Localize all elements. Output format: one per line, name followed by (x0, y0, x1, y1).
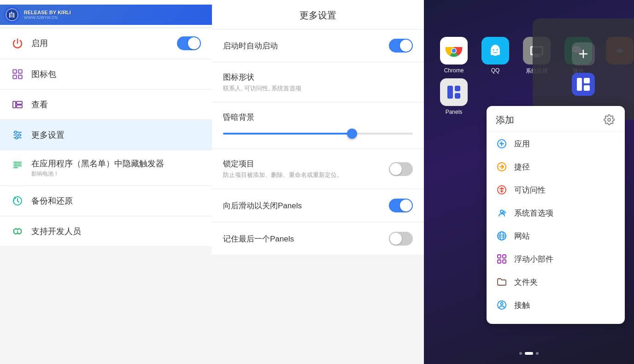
sidebar-item-enable[interactable]: 启用 (0, 28, 212, 59)
svg-point-14 (16, 137, 18, 139)
sidebar-item-icon-pack[interactable]: 图标包 (0, 59, 212, 89)
panels-app-icon[interactable] (572, 73, 595, 96)
add-menu-shortcut[interactable]: 捷径 (487, 155, 625, 178)
swipe-close-title: 向后滑动以关闭Panels (223, 200, 302, 211)
shortcut-label: 捷径 (514, 162, 530, 172)
panels-label: Panels (446, 109, 463, 115)
svg-point-19 (15, 164, 17, 165)
app-row-2: Panels (438, 78, 470, 115)
svg-rect-46 (584, 78, 590, 83)
setting-swipe-close[interactable]: 向后滑动以关闭Panels (212, 189, 424, 222)
add-menu-widget[interactable]: 浮动小部件 (487, 247, 625, 270)
system-prefs-icon-menu (496, 207, 508, 219)
hide-trigger-sub: 影响电池！ (31, 170, 164, 178)
setting-lock-items[interactable]: 锁定项目 防止项目被添加、删除、重命名或重新定位。 (212, 149, 424, 189)
add-menu-accessibility[interactable]: 可访问性 (487, 178, 625, 201)
svg-point-20 (15, 165, 17, 167)
sidebar-item-hide-trigger[interactable]: 在应用程序（黑名单）中隐藏触发器 影响电池！ (0, 151, 212, 186)
panels-icon (440, 78, 468, 106)
backup-icon (11, 194, 24, 207)
dark-bg-slider[interactable] (223, 128, 413, 139)
lock-items-sub: 防止项目被添加、删除、重命名或重新定位。 (223, 171, 382, 179)
enable-toggle[interactable] (177, 36, 201, 50)
svg-rect-45 (577, 78, 582, 91)
swipe-close-toggle[interactable] (389, 199, 413, 212)
gear-icon[interactable] (603, 113, 616, 126)
watermark-line2: WWW.52BYW.CN (24, 15, 71, 20)
sidebar-item-support[interactable]: 支持开发人员 (0, 217, 212, 246)
svg-point-13 (18, 134, 21, 136)
svg-rect-41 (455, 86, 460, 91)
svg-point-26 (452, 49, 456, 53)
dot-2 (525, 352, 533, 355)
sidebar-item-view[interactable]: 查看 (0, 90, 212, 120)
app-qq[interactable]: QQ (479, 37, 511, 75)
sidebar-item-more-settings[interactable]: 更多设置 (0, 120, 212, 150)
svg-rect-40 (447, 86, 453, 99)
dot-1 (519, 352, 522, 355)
svg-point-70 (501, 303, 503, 305)
lock-items-toggle[interactable] (389, 162, 413, 176)
app-panels[interactable]: Panels (438, 78, 470, 115)
watermark-line1: RELEASE BY KIRLI (24, 10, 71, 15)
app-icon-menu (496, 138, 508, 150)
view-icon (11, 98, 24, 111)
svg-rect-2 (13, 70, 17, 73)
svg-rect-7 (17, 101, 22, 104)
enable-label: 启用 (31, 38, 48, 49)
add-menu-website[interactable]: 网站 (487, 224, 625, 247)
add-menu-popup: 添加 应用 (487, 106, 625, 324)
setting-remember-last[interactable]: 记住最后一个Panels (212, 223, 424, 255)
add-menu-title: 添加 (496, 114, 514, 126)
svg-text:白: 白 (9, 11, 15, 18)
settings-panel: 更多设置 启动时自动启动 图标形状 联系人, 可访问性, 系统首选项 昏暗背景 … (212, 0, 424, 364)
setting-icon-shape[interactable]: 图标形状 联系人, 可访问性, 系统首选项 (212, 63, 424, 102)
app-chrome[interactable]: Chrome (438, 37, 470, 75)
svg-rect-68 (503, 260, 506, 263)
remember-last-title: 记住最后一个Panels (223, 234, 294, 244)
setting-auto-start[interactable]: 启动时自动启动 (212, 29, 424, 62)
header-bar: 白 RELEASE BY KIRLI WWW.52BYW.CN (0, 0, 212, 28)
panels-add-button[interactable] (572, 42, 595, 65)
add-menu-system-prefs[interactable]: 系统首选项 (487, 201, 625, 224)
svg-point-12 (15, 131, 17, 134)
auto-start-title: 启动时自动启动 (223, 41, 278, 51)
website-label: 网站 (514, 231, 530, 241)
handshake-icon (11, 225, 24, 238)
svg-rect-65 (498, 255, 501, 258)
svg-rect-42 (455, 93, 460, 99)
support-label: 支持开发人员 (31, 226, 81, 237)
sidebar-item-backup[interactable]: 备份和还原 (0, 186, 212, 216)
list-icon (11, 159, 24, 172)
svg-point-28 (493, 49, 494, 51)
svg-rect-47 (584, 85, 590, 91)
add-menu-folder[interactable]: 文件夹 (487, 270, 625, 294)
svg-rect-4 (13, 75, 17, 79)
svg-rect-8 (17, 105, 22, 108)
add-menu-app[interactable]: 应用 (487, 132, 625, 155)
accessibility-label: 可访问性 (514, 185, 546, 195)
add-menu-touch[interactable]: 接触 (487, 294, 625, 317)
dot-indicator (519, 352, 539, 355)
panels-overlay (533, 18, 634, 120)
remember-last-toggle[interactable] (389, 232, 413, 246)
icon-pack-label: 图标包 (31, 69, 56, 80)
home-screen: Chrome QQ (424, 0, 634, 364)
touch-label: 接触 (514, 300, 530, 311)
auto-start-toggle[interactable] (389, 39, 413, 53)
grid-icon (11, 68, 24, 81)
svg-point-18 (15, 162, 17, 163)
menu-section: 启用 图标包 (0, 28, 212, 246)
svg-rect-6 (13, 101, 16, 108)
add-app-label: 应用 (514, 139, 530, 149)
dark-bg-title: 昏暗背景 (223, 112, 254, 123)
watermark-logo: 白 (4, 6, 20, 23)
touch-icon-menu (496, 299, 508, 311)
lock-items-title: 锁定项目 (223, 159, 382, 169)
dot-3 (536, 352, 539, 355)
folder-icon-menu (496, 276, 508, 288)
svg-rect-3 (18, 70, 22, 73)
svg-rect-67 (498, 260, 501, 263)
more-settings-label: 更多设置 (31, 129, 65, 141)
left-menu-panel: 白 RELEASE BY KIRLI WWW.52BYW.CN 启用 (0, 0, 212, 364)
